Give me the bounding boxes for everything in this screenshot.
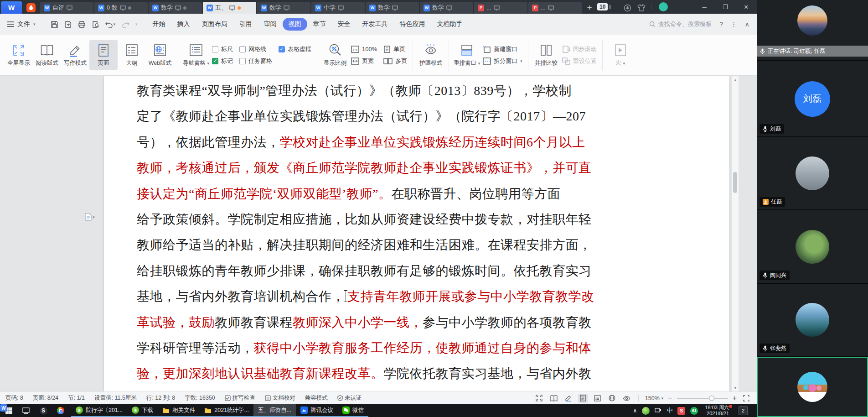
status-item[interactable]: X 文档校对 [265,394,295,402]
document-line[interactable]: 定了《教师赴企事业单位实践锻炼管理办法（试行）》（院行字〔2017〕—207 [137,104,620,129]
ribbon-button[interactable]: 大纲 [118,40,146,70]
task-view-button[interactable] [17,404,35,417]
ribbon-button[interactable]: 显示比例 [321,40,349,70]
document-tab[interactable]: W 0 数 [94,2,148,14]
page-mode-icon[interactable] [578,394,588,403]
redo-icon[interactable] [121,21,129,28]
document-line[interactable]: 教师给予适当的补贴，解决挂职期间的经济困难和生活困难。在课程安排方面， [137,232,620,258]
new-tab-button[interactable]: + [583,2,596,14]
ribbon-small-button[interactable]: 单页 [383,45,407,53]
menu-tab-6[interactable]: 章节 [307,18,332,31]
menu-tab-9[interactable]: 特色应用 [394,18,431,31]
collapse-ribbon-icon[interactable]: ∧ [745,21,749,28]
status-item[interactable]: 拼写检查 [225,394,255,402]
checkbox-4[interactable]: ✓ 表格虚框 [279,45,311,53]
document-line[interactable]: 验，更加深刻地认识基础教育新课程改革。学院依托教育实习基地，与省内外教 [137,361,620,386]
security-tray-icon[interactable] [642,407,650,415]
command-search[interactable]: 查找命令、搜索模板 [649,20,712,28]
outline-mode-icon[interactable] [593,394,603,403]
wps-home-button[interactable]: W [1,1,22,14]
checkbox-icon[interactable]: ✓ [279,46,285,52]
print-preview-icon[interactable] [92,21,99,28]
checkbox-3[interactable]: 任务窗格 [239,57,272,65]
document-tab[interactable]: P ... [474,2,527,14]
checkbox-2[interactable]: 网格线 [239,45,272,53]
chrome-button[interactable] [52,404,69,417]
menu-tab-4[interactable]: 审阅 [258,18,283,31]
status-item[interactable]: 页码: 8 [5,394,23,402]
status-item[interactable]: 设置值: 11.5厘米 [94,394,137,402]
document-page[interactable]: 教育类课程“双导师制”管理办法（试行）》（教师〔2013〕839号），学校制 定… [104,76,729,391]
status-item[interactable]: 节: 1/1 [68,394,85,402]
fit-page-icon[interactable] [741,394,751,403]
document-line[interactable]: 学科研管理等活动，获得中小学教育服务工作经历，使教师通过自身的参与和体 [137,335,620,361]
zoom-out-button[interactable]: − [668,394,672,402]
zoom-in-button[interactable]: + [733,394,737,402]
ribbon-button[interactable]: 并排比较 [532,40,560,70]
menu-tab-3[interactable]: 引用 [233,18,258,31]
menu-tab-7[interactable]: 安全 [332,18,356,31]
taskbar-app-1[interactable]: e 下载 [127,404,158,417]
vertical-scrollbar[interactable]: ▲ ▼ [731,76,739,391]
macro-button[interactable]: 宏 ▾ [606,40,635,70]
document-line[interactable]: 基地，与省内外教育培训机构合作，支持青年教师开展或参与中小学教育教学改 [137,284,620,309]
document-tab[interactable]: W 数学 [149,2,202,14]
file-menu[interactable]: 文件 ▾ [0,20,40,28]
taskbar-app-2[interactable]: 相关文件 [158,404,200,417]
sogou-tray-icon[interactable]: S [677,407,685,415]
ribbon-button[interactable]: Web版式 [146,40,174,70]
document-tab[interactable]: W 五、 [203,2,256,14]
document-tab[interactable]: W 中学 [311,2,365,14]
document-tab[interactable]: W 数学 [257,2,310,14]
help-icon[interactable]: ? [719,21,723,28]
web-mode-icon[interactable] [607,394,617,403]
document-line[interactable]: 教育类课程“双导师制”管理办法（试行）》（教师〔2013〕839号），学校制 [137,78,620,104]
ribbon-button[interactable]: 全屏显示 [5,40,33,70]
participant-tile-2[interactable]: 任磊 [757,137,868,210]
ribbon-small-button[interactable]: 多页 [383,57,407,65]
tab-count-badge[interactable]: 10 [597,3,608,10]
docer-button[interactable] [22,1,40,14]
document-tab[interactable]: P ... [528,2,582,14]
taskbar-app-6[interactable]: 微信 [338,404,368,417]
taskbar-app-4[interactable]: W 五、师资自... [253,404,296,417]
export-icon[interactable] [64,21,72,28]
menu-tab-2[interactable]: 页面布局 [196,18,233,31]
ribbon-small-button[interactable]: 重设位置 [562,57,597,65]
scrollbar-thumb[interactable] [733,172,737,193]
maximize-button[interactable]: ❐ [715,0,736,14]
close-button[interactable]: ✕ [736,0,757,14]
user-avatar[interactable] [659,2,668,11]
device-tray-icon[interactable] [655,407,661,415]
skin-icon[interactable] [635,2,648,14]
ribbon-small-button[interactable]: 1:1 100% [351,46,377,53]
checkbox-icon[interactable]: ✓ [212,58,218,64]
fullscreen-view-icon[interactable] [534,394,544,403]
document-tab[interactable]: W 数学 [366,2,419,14]
taskbar-app-0[interactable]: e 院行字〔201... [71,404,127,417]
zoom-slider-handle[interactable] [709,396,714,401]
document-line[interactable]: 给予政策倾斜。学院制定相应措施，比如从师资建设经费中拨专款，对挂职年轻 [137,207,620,232]
menu-tab-0[interactable]: 开始 [147,18,171,31]
menu-tab-5[interactable]: 视图 [283,18,307,31]
menu-tab-1[interactable]: 插入 [171,18,196,31]
document-line[interactable]: 给挂职锻炼的青年教师少排课，确保挂职教师有足够的锻炼时间。依托教育实习 [137,258,620,284]
ribbon-small-button[interactable]: 同步滚动 [562,45,597,53]
participant-tile-1[interactable]: 刘磊 刘磊 [757,61,868,137]
write-mode-icon[interactable] [563,394,574,403]
tray-expand-icon[interactable]: ∧ [633,407,637,414]
zoom-level[interactable]: 150% ▾ [645,395,664,401]
rearrange-window-button[interactable]: 重排窗口 ▾ [453,40,481,70]
participant-tile-5[interactable] [757,357,868,417]
checkbox-icon[interactable] [239,46,246,52]
s-app-button[interactable]: S [35,404,52,417]
menu-tab-8[interactable]: 开发工具 [356,18,394,31]
ribbon-button[interactable]: 阅读版式 [33,40,61,70]
kebab-menu-icon[interactable]: ⋮ [731,21,737,28]
document-tab[interactable]: W 自评 [40,2,93,14]
document-line[interactable]: 教师，考核通过后，颁发《商丘师范学院教师赴企事业实践锻炼证书》，并可直 [137,155,620,181]
checkbox-icon[interactable] [212,46,218,52]
checkbox-icon[interactable] [239,58,246,64]
nav-pane-button[interactable]: 导航窗格 ▾ [182,40,210,70]
taskbar-app-3[interactable]: 2021统计学... [200,404,253,417]
